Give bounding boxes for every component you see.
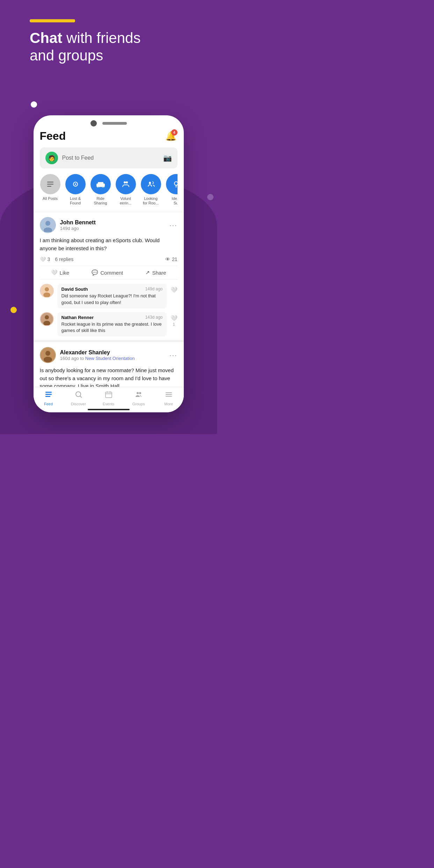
svg-point-17 xyxy=(45,221,50,226)
like-button[interactable]: 🤍 Like xyxy=(51,269,70,276)
post-2-user: Alexander Shanley 160d ago to New Studen… xyxy=(40,347,135,363)
nav-feed[interactable]: Feed xyxy=(34,391,64,406)
notification-button[interactable]: 🔔 4 xyxy=(164,129,178,143)
phone-camera xyxy=(91,120,97,126)
post-box-left: 🧑 Post to Feed xyxy=(45,152,94,164)
divider-1 xyxy=(34,212,184,212)
current-user-avatar: 🧑 xyxy=(45,152,58,164)
comment-button[interactable]: 💬 Comment xyxy=(92,269,123,276)
groups-nav-icon xyxy=(135,391,143,400)
comment-1-meta: David South 149d ago xyxy=(62,287,163,292)
svg-rect-28 xyxy=(45,392,52,393)
comment-1-heart-icon: 🤍 xyxy=(171,287,178,293)
post-1-likes[interactable]: 🤍 3 xyxy=(40,256,50,262)
dot-white-right xyxy=(207,194,214,200)
category-label-ideas: Ide...Su xyxy=(172,196,177,205)
category-icon-looking-roommate xyxy=(141,174,161,194)
category-label-lost-found: Lost &Found xyxy=(70,196,81,205)
views-count: 21 xyxy=(172,256,178,262)
heart-icon: 🤍 xyxy=(40,256,46,262)
category-all-posts[interactable]: All Posts xyxy=(40,174,61,205)
comment-2-like[interactable]: 🤍 1 xyxy=(171,312,178,326)
like-label: Like xyxy=(60,270,70,276)
nav-more[interactable]: More xyxy=(154,391,184,406)
share-label: Share xyxy=(152,270,166,276)
comment-2-like-count: 1 xyxy=(173,322,175,326)
camera-icon[interactable]: 📷 xyxy=(163,154,172,162)
comment-2-heart-icon: 🤍 xyxy=(171,315,178,321)
alex-avatar xyxy=(40,347,56,363)
comment-2-time: 143d ago xyxy=(145,315,162,320)
nav-discover[interactable]: Discover xyxy=(64,391,94,406)
svg-rect-6 xyxy=(98,182,103,185)
category-icon-ideas xyxy=(166,174,178,194)
events-nav-icon xyxy=(105,391,113,400)
svg-point-4 xyxy=(75,183,76,185)
post-1-actions: 🤍 Like 💬 Comment ↗ Share xyxy=(40,266,178,280)
svg-point-38 xyxy=(139,392,141,394)
svg-rect-14 xyxy=(175,186,177,186)
dot-white-left xyxy=(31,101,37,108)
feed-header: Feed 🔔 4 xyxy=(40,129,178,143)
nav-events[interactable]: Events xyxy=(94,391,124,406)
category-volunteering[interactable]: Volunteerin... xyxy=(115,174,136,205)
comment-icon: 💬 xyxy=(92,269,98,276)
comment-1: David South 149d ago Did someone say Roc… xyxy=(40,284,178,308)
category-list: All Posts Lost &Found RideSharing xyxy=(40,174,178,205)
svg-rect-15 xyxy=(175,187,177,187)
category-looking-roommate[interactable]: Lookingfor Roo... xyxy=(140,174,161,205)
post-1-time: 149d ago xyxy=(60,226,96,231)
post-2-group-link[interactable]: New Student Orientation xyxy=(85,356,135,361)
top-content: Chat with friendsand groups xyxy=(30,19,140,65)
svg-point-13 xyxy=(174,182,178,185)
groups-nav-label: Groups xyxy=(132,402,145,406)
post-2-user-name: Alexander Shanley xyxy=(60,349,135,356)
eye-icon: 👁 xyxy=(165,256,170,262)
category-ride-sharing[interactable]: RideSharing xyxy=(90,174,111,205)
post-2-header: Alexander Shanley 160d ago to New Studen… xyxy=(40,347,178,363)
likes-count: 3 xyxy=(48,256,50,262)
replies-label: 6 replies xyxy=(55,256,73,262)
svg-rect-40 xyxy=(166,394,172,395)
post-1-user-info: John Bennett 149d ago xyxy=(60,219,96,231)
david-avatar xyxy=(40,284,54,298)
nathan-avatar xyxy=(40,312,54,326)
category-icon-lost-found xyxy=(65,174,86,194)
more-nav-label: More xyxy=(164,402,173,406)
svg-point-27 xyxy=(44,357,52,362)
yellow-bar xyxy=(30,19,75,22)
category-label-volunteering: Volunteerin... xyxy=(120,196,132,205)
svg-point-37 xyxy=(137,392,139,394)
discover-nav-icon xyxy=(75,391,82,400)
post-to-feed-box[interactable]: 🧑 Post to Feed 📷 xyxy=(40,147,178,168)
comment-1-text: Did someone say Rocket League?! I'm not … xyxy=(62,293,163,305)
category-ideas[interactable]: Ide...Su xyxy=(166,174,178,205)
svg-line-32 xyxy=(80,396,82,398)
feed-title: Feed xyxy=(40,130,66,143)
post-1-more-button[interactable]: ··· xyxy=(169,221,178,229)
post-2-time: 160d ago to New Student Orientation xyxy=(60,356,135,361)
events-nav-label: Events xyxy=(103,402,115,406)
feed-nav-icon xyxy=(45,391,52,400)
nav-groups[interactable]: Groups xyxy=(124,391,154,406)
post-1-user: John Bennett 149d ago xyxy=(40,217,96,233)
discover-nav-label: Discover xyxy=(71,402,86,406)
john-avatar xyxy=(40,217,56,233)
category-lost-found[interactable]: Lost &Found xyxy=(65,174,86,205)
share-button[interactable]: ↗ Share xyxy=(145,269,166,276)
post-1-stats: 🤍 3 6 replies 👁 21 xyxy=(40,256,178,262)
share-icon: ↗ xyxy=(145,269,150,276)
post-1-header: John Bennett 149d ago ··· xyxy=(40,217,178,233)
post-2-time-text: 160d ago xyxy=(60,356,79,361)
post-2-more-button[interactable]: ··· xyxy=(169,351,178,359)
phone-speaker xyxy=(102,122,127,125)
svg-rect-29 xyxy=(45,394,52,395)
svg-point-12 xyxy=(126,181,128,183)
comment-1-like[interactable]: 🤍 xyxy=(171,284,178,293)
headline: Chat with friendsand groups xyxy=(30,29,140,65)
comment-2: Nathan Renner 143d ago Rocket league in … xyxy=(40,312,178,337)
phone-notch xyxy=(34,115,184,129)
more-nav-icon xyxy=(165,391,173,400)
comment-2-name: Nathan Renner xyxy=(62,315,94,320)
post-1-replies[interactable]: 6 replies xyxy=(55,256,73,262)
